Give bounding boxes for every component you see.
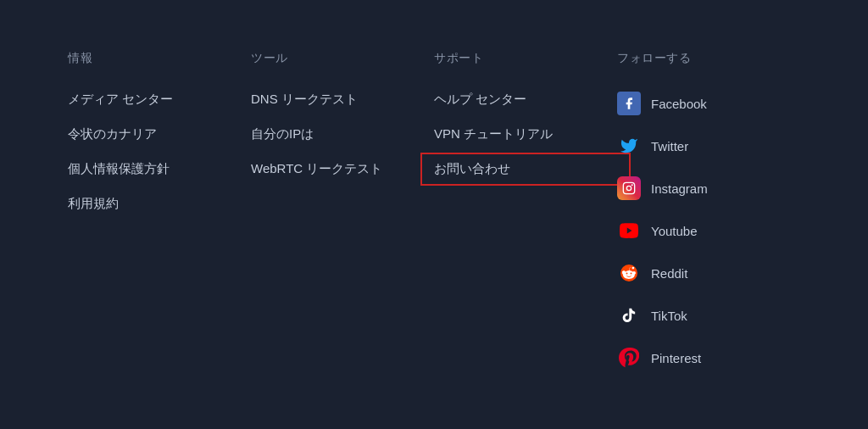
- reddit-label: Reddit: [651, 266, 687, 281]
- support-column: サポート ヘルプ センター VPN チュートリアル お問い合わせ: [434, 51, 617, 378]
- social-youtube[interactable]: Youtube: [617, 219, 800, 242]
- social-reddit[interactable]: Reddit: [617, 261, 800, 285]
- social-pinterest[interactable]: Pinterest: [617, 346, 800, 370]
- tools-links: DNS リークテスト 自分のIPは WebRTC リークテスト: [251, 92, 434, 177]
- link-terms-of-service[interactable]: 利用規約: [68, 196, 251, 212]
- instagram-label: Instagram: [651, 181, 708, 196]
- instagram-icon: [617, 176, 641, 200]
- youtube-label: Youtube: [651, 224, 698, 238]
- svg-point-1: [626, 186, 631, 190]
- social-tiktok[interactable]: TikTok: [617, 304, 800, 327]
- link-webrtc-leak-test[interactable]: WebRTC リークテスト: [251, 161, 434, 177]
- social-facebook[interactable]: Facebook: [617, 92, 800, 115]
- link-media-center[interactable]: メディア センター: [68, 92, 251, 108]
- tiktok-label: TikTok: [651, 309, 687, 323]
- svg-point-2: [632, 184, 633, 186]
- reddit-icon: [617, 261, 641, 285]
- tiktok-icon: [617, 304, 641, 327]
- social-links: Facebook Twitter: [617, 92, 800, 370]
- social-instagram[interactable]: Instagram: [617, 176, 800, 200]
- info-links: メディア センター 令状のカナリア 個人情報保護方針 利用規約: [68, 92, 251, 212]
- link-help-center[interactable]: ヘルプ センター: [434, 92, 617, 108]
- facebook-icon: [617, 92, 641, 115]
- follow-header: フォローする: [617, 51, 800, 66]
- svg-point-5: [631, 273, 632, 275]
- link-dns-leak-test[interactable]: DNS リークテスト: [251, 92, 434, 108]
- facebook-label: Facebook: [651, 97, 707, 111]
- link-my-ip[interactable]: 自分のIPは: [251, 126, 434, 142]
- twitter-icon: [617, 134, 641, 158]
- footer-grid: 情報 メディア センター 令状のカナリア 個人情報保護方針 利用規約 ツール D…: [0, 0, 868, 429]
- link-vpn-tutorial[interactable]: VPN チュートリアル: [434, 126, 617, 142]
- youtube-icon: [617, 219, 641, 242]
- info-column: 情報 メディア センター 令状のカナリア 個人情報保護方針 利用規約: [68, 51, 251, 378]
- info-header: 情報: [68, 51, 251, 66]
- link-privacy-policy[interactable]: 個人情報保護方針: [68, 161, 251, 177]
- support-header: サポート: [434, 51, 617, 66]
- support-links: ヘルプ センター VPN チュートリアル お問い合わせ: [434, 92, 617, 177]
- link-contact-us[interactable]: お問い合わせ: [422, 154, 629, 184]
- pinterest-label: Pinterest: [651, 351, 701, 365]
- social-twitter[interactable]: Twitter: [617, 134, 800, 158]
- pinterest-icon: [617, 346, 641, 370]
- follow-column: フォローする Facebook Twitter: [617, 51, 800, 378]
- tools-header: ツール: [251, 51, 434, 66]
- twitter-label: Twitter: [651, 139, 688, 153]
- svg-point-4: [626, 273, 628, 275]
- svg-rect-0: [623, 182, 634, 193]
- link-warrant-canary[interactable]: 令状のカナリア: [68, 126, 251, 142]
- tools-column: ツール DNS リークテスト 自分のIPは WebRTC リークテスト: [251, 51, 434, 378]
